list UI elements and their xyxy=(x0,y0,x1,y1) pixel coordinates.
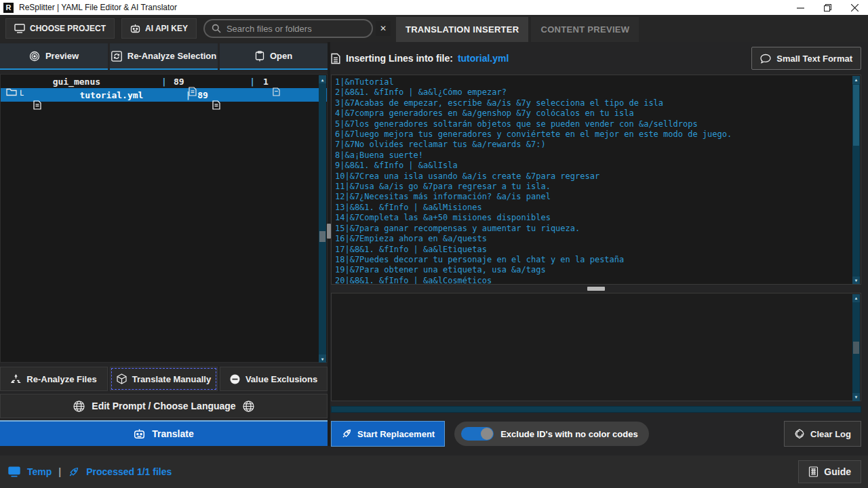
robot-icon xyxy=(130,24,140,33)
log-scrollbar[interactable]: ▲ ▼ xyxy=(852,294,860,401)
yaml-file-icon xyxy=(33,80,76,110)
small-text-format-button[interactable]: Small Text Format xyxy=(751,47,861,70)
guide-label: Guide xyxy=(824,466,851,477)
panel-splitter[interactable] xyxy=(331,286,861,291)
scroll-up-icon[interactable]: ▲ xyxy=(852,294,860,302)
file-count-icon xyxy=(212,80,255,110)
exclude-ids-toggle[interactable] xyxy=(461,427,494,441)
app-logo-icon: R xyxy=(3,3,14,13)
code-line: 12|&7¿Necesitas más información? &a/is p… xyxy=(335,192,850,202)
scroll-down-icon[interactable]: ▼ xyxy=(319,354,326,363)
code-line: 10|&7Crea una isla usando &a/is create &… xyxy=(335,171,850,182)
code-line: 8|&a¡Buena suerte! xyxy=(335,150,850,161)
code-line: 15|&7para ganar recompensas y aumentar t… xyxy=(335,224,850,234)
guide-button[interactable]: Guide xyxy=(798,460,861,483)
code-line: 3|&7Acabas de empezar, escribe &a/is &7y… xyxy=(335,98,850,108)
status-separator: | xyxy=(58,466,61,477)
code-editor[interactable]: 1|&nTutorial2|&8&1. &fInfo | &a&l¿Cómo e… xyxy=(331,75,861,285)
code-scrollbar[interactable]: ▲ ▼ xyxy=(852,76,860,285)
scroll-down-icon[interactable]: ▼ xyxy=(852,277,860,285)
clipboard-icon xyxy=(255,51,264,62)
scroll-up-icon[interactable]: ▲ xyxy=(852,76,860,84)
processed-files-label: Processed 1/1 files xyxy=(86,466,172,477)
edit-prompt-button[interactable]: Edit Prompt / Choose Language xyxy=(0,394,328,418)
translate-manually-label: Translate Manually xyxy=(132,374,211,384)
exclude-ids-toggle-label: Exclude ID's with no color codes xyxy=(500,429,637,439)
reanalyze-selection-label: Re-Analyze Selection xyxy=(127,51,217,61)
tree-pipe: | xyxy=(161,77,167,87)
tab-translation-inserter[interactable]: TRANSLATION INSERTER xyxy=(396,17,529,42)
choose-project-button[interactable]: CHOOSE PROJECT xyxy=(5,18,115,39)
search-clear-button[interactable]: ✕ xyxy=(376,21,391,36)
project-temp-label: Temp xyxy=(27,466,52,477)
reanalyze-files-button[interactable]: Re-Analyze Files xyxy=(0,367,108,391)
small-text-format-label: Small Text Format xyxy=(776,54,852,64)
ai-api-key-button[interactable]: AI API KEY xyxy=(121,18,197,39)
toolbar: CHOOSE PROJECT AI API KEY ✕ TRANSLATION … xyxy=(0,15,868,42)
log-panel[interactable]: ▲ ▼ xyxy=(331,293,861,401)
robot-icon xyxy=(134,428,145,439)
scroll-up-icon[interactable]: ▲ xyxy=(319,75,326,83)
globe-icon xyxy=(243,401,254,412)
clear-log-button[interactable]: Clear Log xyxy=(784,421,861,447)
package-icon xyxy=(117,373,127,384)
value-exclusions-label: Value Exclusions xyxy=(245,374,317,384)
titlebar: R ReSplitter | YAML File Editor & AI Tra… xyxy=(0,0,868,15)
start-replacement-button[interactable]: Start Replacement xyxy=(331,421,445,447)
window-title: ReSplitter | YAML File Editor & AI Trans… xyxy=(19,3,177,12)
scroll-down-icon[interactable]: ▼ xyxy=(852,393,860,401)
clear-log-label: Clear Log xyxy=(810,429,851,439)
monitor-icon xyxy=(8,466,20,477)
preview-label: Preview xyxy=(45,51,79,61)
close-button[interactable] xyxy=(841,0,868,15)
code-line: 17|&8&1. &fInfo | &a&lEtiquetas xyxy=(335,245,850,255)
book-grid-icon xyxy=(808,466,818,477)
translate-manually-button[interactable]: Translate Manually xyxy=(110,367,218,391)
minus-circle-icon xyxy=(230,374,240,384)
left-panel: Preview Re-Analyze Selection Open xyxy=(0,43,328,446)
code-line: 11|&7usa &a/is go &7para regresar a tu i… xyxy=(335,182,850,192)
preview-button[interactable]: Preview xyxy=(0,43,108,70)
horizontal-scrollbar[interactable] xyxy=(331,406,861,413)
value-exclusions-button[interactable]: Value Exclusions xyxy=(220,367,328,391)
start-replacement-label: Start Replacement xyxy=(357,429,435,439)
editor-panel: Inserting Lines into file: tutorial.yml … xyxy=(331,43,861,447)
folder-count-2: 1 xyxy=(263,77,269,87)
code-line: 7|&7No olvides reclamar tus &a/rewards &… xyxy=(335,140,850,150)
code-lines: 1|&nTutorial2|&8&1. &fInfo | &a&l¿Cómo e… xyxy=(335,77,850,284)
tree-scrollbar[interactable]: ▲ ▼ xyxy=(319,75,326,363)
globe-icon xyxy=(73,401,85,412)
code-line: 6|&7luego mejora tus generadores y convi… xyxy=(335,129,850,140)
speech-bubble-icon xyxy=(760,54,771,64)
file-tree: gui_menus | 89 | 1 └ tutorial.yml | xyxy=(0,74,328,363)
reanalyze-files-label: Re-Analyze Files xyxy=(26,374,96,384)
translate-label: Translate xyxy=(152,428,193,439)
tree-pipe: | xyxy=(185,90,191,100)
file-name: tutorial.yml xyxy=(79,90,143,100)
target-file-name[interactable]: tutorial.yml xyxy=(458,53,509,64)
open-label: Open xyxy=(270,51,292,61)
tab-content-preview[interactable]: CONTENT PREVIEW xyxy=(531,17,639,42)
choose-project-label: CHOOSE PROJECT xyxy=(30,24,106,33)
maximize-button[interactable] xyxy=(814,0,841,15)
translate-button[interactable]: Translate xyxy=(0,420,328,446)
rocket-icon xyxy=(341,428,352,439)
code-line: 14|&7Completa las &a+50 misiones disponi… xyxy=(335,213,850,223)
open-button[interactable]: Open xyxy=(220,43,328,70)
minimize-button[interactable] xyxy=(787,0,814,15)
edit-prompt-label: Edit Prompt / Choose Language xyxy=(92,401,235,411)
search-input[interactable] xyxy=(226,24,365,34)
recycle-icon xyxy=(11,374,21,384)
code-line: 19|&7Para obtener una etiqueta, usa &a/t… xyxy=(335,265,850,275)
tab-bar: TRANSLATION INSERTER CONTENT PREVIEW xyxy=(396,15,639,42)
code-line: 13|&8&1. &fInfo | &a&lMisiones xyxy=(335,203,850,213)
panel-divider[interactable] xyxy=(328,42,330,446)
rocket-icon xyxy=(68,466,79,478)
code-line: 16|&7Empieza ahora en &a/quests xyxy=(335,234,850,244)
code-line: 1|&nTutorial xyxy=(335,77,850,87)
ai-api-key-label: AI API KEY xyxy=(145,24,188,33)
tree-connector: └ xyxy=(18,90,24,100)
code-line: 2|&8&1. &fInfo | &a&l¿Cómo empezar? xyxy=(335,87,850,98)
code-line: 9|&8&1. &fInfo | &a&lIsla xyxy=(335,161,850,171)
code-line: 5|&7los generadores soltarán objetos que… xyxy=(335,119,850,129)
